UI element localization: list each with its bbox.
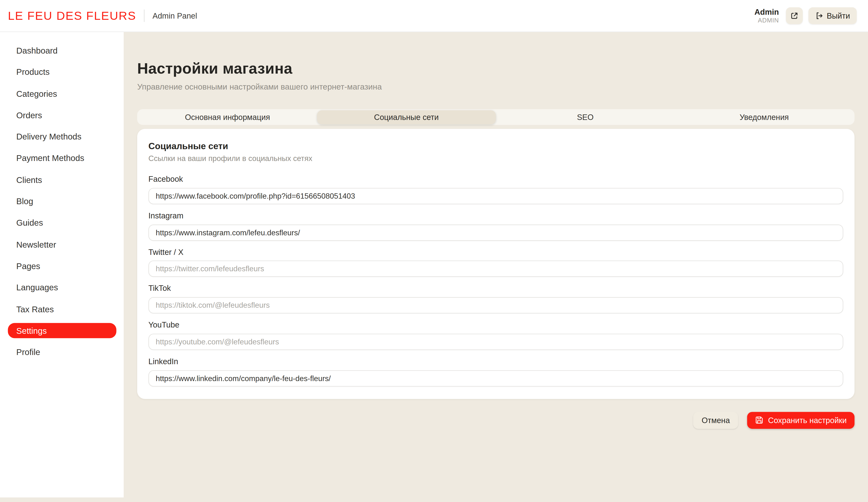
save-settings-label: Сохранить настройки (768, 415, 847, 424)
sidebar-item-clients[interactable]: Clients (0, 172, 124, 187)
field-youtube: YouTube (148, 320, 844, 350)
sidebar-item-dashboard[interactable]: Dashboard (0, 43, 124, 58)
open-storefront-button[interactable] (786, 7, 803, 24)
sidebar-item-newsletter[interactable]: Newsletter (0, 237, 124, 252)
field-twitter: Twitter / X (148, 248, 844, 277)
main-content: Настройки магазина Управление основными … (124, 32, 868, 502)
field-instagram: Instagram (148, 211, 844, 241)
user-name: Admin (754, 7, 779, 17)
card-title: Социальные сети (148, 141, 844, 152)
user-role: ADMIN (754, 17, 779, 24)
app-subtitle: Admin Panel (152, 11, 197, 20)
admin-app: LE FEU DES FLEURS Admin Panel Admin ADMI… (0, 0, 868, 502)
facebook-input[interactable] (148, 188, 844, 204)
sidebar-item-settings[interactable]: Settings (8, 323, 116, 338)
sidebar-item-delivery-methods[interactable]: Delivery Methods (0, 129, 124, 144)
sidebar-item-guides[interactable]: Guides (0, 215, 124, 230)
social-networks-card: Социальные сети Ссылки на ваши профили в… (137, 129, 855, 399)
field-linkedin: LinkedIn (148, 357, 844, 386)
topbar-divider (144, 10, 144, 22)
save-settings-button[interactable]: Сохранить настройки (747, 412, 855, 429)
sidebar-item-tax-rates[interactable]: Tax Rates (0, 301, 124, 317)
settings-tabbar: Основная информация Социальные сети SEO … (137, 109, 855, 125)
form-actions: Отмена Сохранить настройки (137, 412, 855, 429)
brand-logo: LE FEU DES FLEURS (8, 9, 136, 22)
youtube-input[interactable] (148, 333, 844, 350)
youtube-label: YouTube (148, 320, 844, 330)
logout-label: Выйти (827, 11, 850, 20)
user-meta: Admin ADMIN (754, 7, 779, 24)
tiktok-label: TikTok (148, 284, 844, 293)
sidebar-item-profile[interactable]: Profile (0, 344, 124, 360)
save-icon (755, 416, 764, 424)
tab-notifications[interactable]: Уведомления (675, 110, 854, 124)
field-tiktok: TikTok (148, 284, 844, 313)
instagram-label: Instagram (148, 211, 844, 220)
logout-button[interactable]: Выйти (808, 7, 857, 24)
sidebar-item-categories[interactable]: Categories (0, 86, 124, 101)
cancel-button[interactable]: Отмена (693, 412, 738, 429)
linkedin-label: LinkedIn (148, 357, 844, 366)
field-facebook: Facebook (148, 174, 844, 204)
sidebar-item-languages[interactable]: Languages (0, 280, 124, 295)
linkedin-input[interactable] (148, 370, 844, 386)
card-subtitle: Ссылки на ваши профили в социальных сетя… (148, 154, 844, 164)
tab-general-info[interactable]: Основная информация (138, 110, 317, 124)
twitter-input[interactable] (148, 261, 844, 277)
instagram-input[interactable] (148, 224, 844, 241)
twitter-label: Twitter / X (148, 248, 844, 257)
sidebar-item-blog[interactable]: Blog (0, 193, 124, 209)
top-bar: LE FEU DES FLEURS Admin Panel Admin ADMI… (0, 0, 868, 32)
sidebar-nav: Dashboard Products Categories Orders Del… (0, 32, 124, 498)
sidebar-item-products[interactable]: Products (0, 64, 124, 79)
page-subtitle: Управление основными настройками вашего … (137, 82, 855, 91)
sidebar-item-payment-methods[interactable]: Payment Methods (0, 151, 124, 166)
page-title: Настройки магазина (137, 60, 855, 78)
logout-icon (815, 12, 823, 20)
tab-social-networks[interactable]: Социальные сети (317, 110, 496, 124)
tiktok-input[interactable] (148, 297, 844, 313)
topbar-right: Admin ADMIN (754, 7, 857, 24)
external-link-icon (790, 12, 798, 20)
tab-seo[interactable]: SEO (496, 110, 675, 124)
sidebar-item-pages[interactable]: Pages (0, 258, 124, 273)
sidebar-item-orders[interactable]: Orders (0, 108, 124, 123)
facebook-label: Facebook (148, 174, 844, 184)
